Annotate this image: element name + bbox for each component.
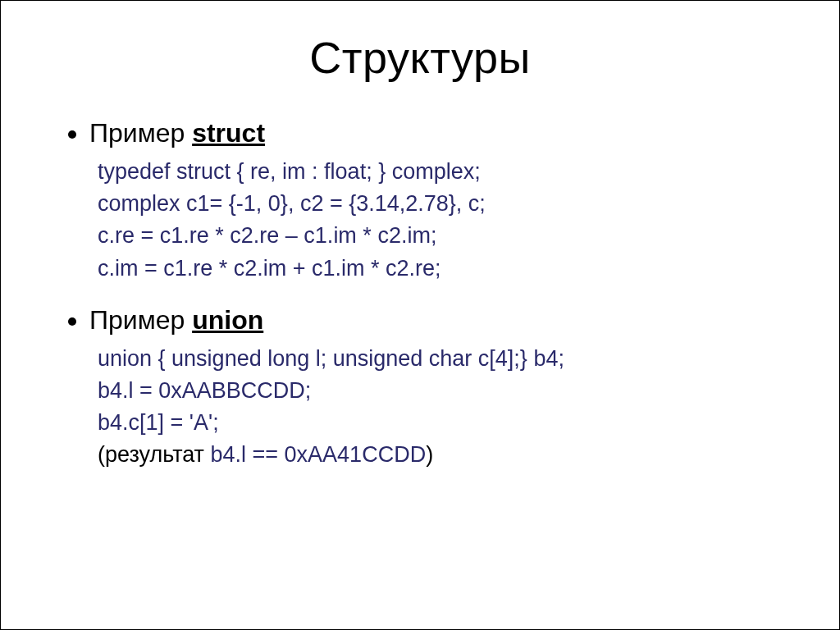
content-list: Пример struct typedef struct { re, im : … [50,116,790,472]
bullet-keyword-union: union [192,305,263,335]
result-label: результат [105,442,204,467]
code-line-result: (результат b4.l == 0xAA41CCDD) [98,439,790,471]
code-line: complex c1= {-1, 0}, c2 = {3.14,2.78}, c… [98,188,790,220]
struct-code-block: typedef struct { re, im : float; } compl… [89,156,790,285]
code-line: b4.l = 0xAABBCCDD; [98,375,790,407]
result-close-paren: ) [426,442,433,467]
union-code-block: union { unsigned long l; unsigned char c… [89,343,790,472]
slide-container: Структуры Пример struct typedef struct {… [0,0,840,630]
bullet-union: Пример union union { unsigned long l; un… [89,303,790,472]
code-line: c.re = c1.re * c2.re – c1.im * c2.im; [98,220,790,252]
bullet-label-prefix: Пример [89,118,192,148]
result-value: b4.l == 0xAA41CCDD [204,442,426,467]
bullet-struct: Пример struct typedef struct { re, im : … [89,116,790,285]
code-line: c.im = c1.re * c2.im + c1.im * c2.re; [98,253,790,285]
code-line: union { unsigned long l; unsigned char c… [98,343,790,375]
result-open-paren: ( [98,442,105,467]
code-line: b4.c[1] = 'A'; [98,407,790,439]
bullet-keyword-struct: struct [192,118,265,148]
code-line: typedef struct { re, im : float; } compl… [98,156,790,188]
slide-title: Структуры [50,32,790,83]
bullet-label-prefix: Пример [89,305,192,335]
